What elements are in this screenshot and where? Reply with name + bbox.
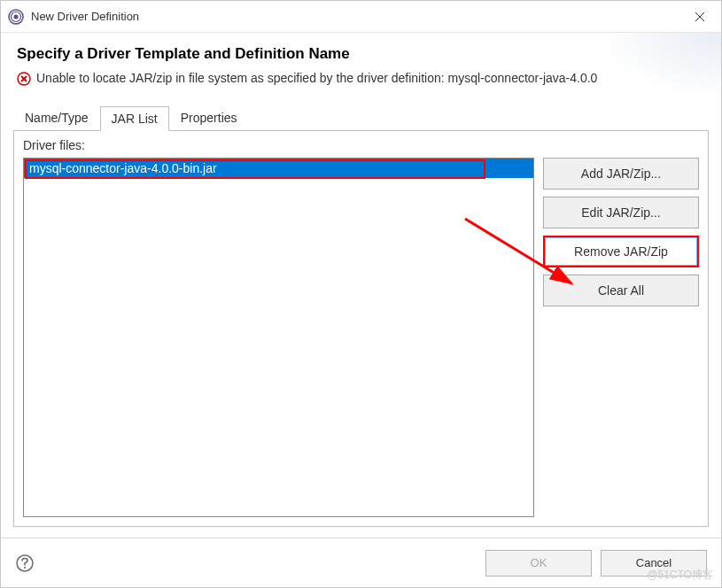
svg-point-9 [24, 566, 26, 568]
files-row: mysql-connector-java-4.0.0-bin.jar Add J… [23, 158, 699, 517]
titlebar: New Driver Definition [1, 1, 721, 33]
tabs: Name/Type JAR List Properties [1, 105, 721, 130]
watermark: @51CTO博客 [647, 568, 713, 583]
add-jar-button[interactable]: Add JAR/Zip... [543, 158, 699, 190]
banner-error-row: Unable to locate JAR/zip in file system … [17, 70, 705, 88]
clear-all-button[interactable]: Clear All [543, 275, 699, 306]
tab-name-type[interactable]: Name/Type [13, 105, 100, 130]
help-button[interactable] [15, 553, 35, 573]
close-icon [695, 12, 705, 22]
error-icon [17, 72, 31, 86]
tab-content: Driver files: mysql-connector-java-4.0.0… [13, 130, 709, 527]
edit-jar-button[interactable]: Edit JAR/Zip... [543, 197, 699, 228]
ok-button[interactable]: OK [485, 550, 592, 576]
remove-jar-button[interactable]: Remove JAR/Zip [543, 236, 699, 267]
driver-files-label: Driver files: [23, 138, 699, 152]
button-bar: OK Cancel [1, 538, 721, 587]
close-button[interactable] [680, 2, 719, 32]
tab-properties[interactable]: Properties [169, 105, 249, 130]
banner-heading: Specify a Driver Template and Definition… [17, 45, 705, 63]
window-title: New Driver Definition [31, 10, 680, 23]
svg-point-2 [14, 14, 19, 19]
help-icon [15, 553, 35, 573]
driver-files-list[interactable]: mysql-connector-java-4.0.0-bin.jar [23, 158, 534, 517]
dialog-window: New Driver Definition Specify a Driver T… [0, 0, 722, 588]
list-item[interactable]: mysql-connector-java-4.0.0-bin.jar [24, 159, 533, 178]
app-icon [8, 9, 24, 25]
banner-error-text: Unable to locate JAR/zip in file system … [36, 70, 705, 88]
dialog-banner: Specify a Driver Template and Definition… [1, 33, 721, 98]
side-buttons: Add JAR/Zip... Edit JAR/Zip... Remove JA… [543, 158, 699, 517]
tab-jar-list[interactable]: JAR List [100, 106, 169, 131]
